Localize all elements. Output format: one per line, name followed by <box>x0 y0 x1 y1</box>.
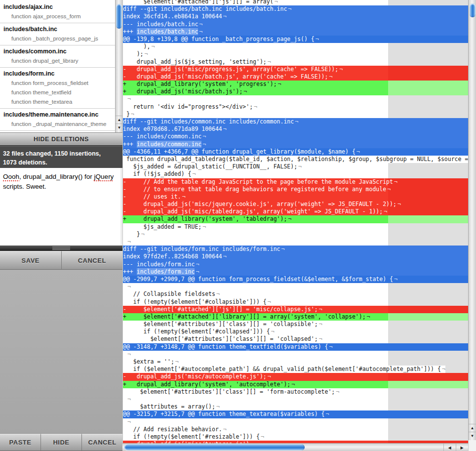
end-of-line-icon: ¬ <box>328 343 332 350</box>
cancel-button-bottom[interactable]: CANCEL <box>82 434 122 451</box>
end-of-line-icon: ¬ <box>126 396 131 403</box>
end-of-line-icon: ¬ <box>287 215 291 222</box>
diff-line-ctx: if (!empty($element['#collapsible'])) {¬ <box>123 298 388 306</box>
diff-line-ctx: $element['#attributes']['class'][] = 'fo… <box>123 388 388 396</box>
diff-line-ctx: if (!$js_added) {¬ <box>123 170 388 178</box>
panel-splitter[interactable] <box>0 246 122 251</box>
diff-horizontal-scrollbar[interactable]: ◀ ▶ <box>122 443 468 451</box>
diff-line-ctx: function drupal_add_tabledrag($table_id,… <box>123 156 468 163</box>
end-of-line-icon: ¬ <box>174 358 179 365</box>
diff-line-hdr: --- includes/common.inc¬ <box>123 133 468 140</box>
file-item[interactable]: includes/theme.maintenance.inc <box>0 109 115 120</box>
diff-line-ctx: $element['#attributes']['class'][] = 'co… <box>123 321 388 328</box>
diff-line-ctx: // Collapsible fieldsets¬ <box>123 290 388 298</box>
end-of-line-icon: ¬ <box>253 103 257 110</box>
function-item[interactable]: function ajax_process_form <box>0 12 115 21</box>
end-of-line-icon: ¬ <box>201 223 206 230</box>
grip-icon <box>52 246 70 250</box>
sidebar-scrollbar-thumb[interactable] <box>116 4 122 29</box>
function-item[interactable]: function drupal_get_library <box>0 56 115 66</box>
end-of-line-icon: ¬ <box>318 321 322 328</box>
diff-line-ctx: );¬ <box>123 50 388 58</box>
function-item[interactable]: function theme_textarea <box>0 97 115 107</box>
cancel-button[interactable]: CANCEL <box>62 251 123 270</box>
end-of-line-icon: ¬ <box>126 351 131 358</box>
diff-line-hdrp: +++ includes/common.inc¬ <box>123 141 468 148</box>
end-of-line-icon: ¬ <box>191 170 196 177</box>
diff-line-ctx: ¬ <box>123 396 388 403</box>
scroll-right-icon[interactable]: ▶ <box>456 444 468 451</box>
diff-new-filename: includes/batch.inc <box>137 28 198 35</box>
sidebar-empty-area <box>0 270 122 434</box>
end-of-line-icon: ¬ <box>222 125 227 132</box>
diff-line-ctx: }¬ <box>123 231 388 238</box>
end-of-line-icon: ¬ <box>280 246 285 252</box>
function-item[interactable]: function form_process_fieldset <box>0 79 115 88</box>
bottom-toolbar: PASTE HIDE CANCEL <box>0 434 122 451</box>
end-of-line-icon: ¬ <box>222 426 227 433</box>
end-of-line-icon: ¬ <box>242 88 247 95</box>
end-of-line-icon: ¬ <box>126 95 131 102</box>
end-of-line-icon: ¬ <box>126 238 131 245</box>
diff-line-add: + drupal_add_js('misc/batch.js');¬ <box>123 88 468 95</box>
diff-line-ctx: $extra = '';¬ <box>123 358 388 366</box>
diff-line-add: + drupal_add_library('system', 'tabledra… <box>123 215 468 223</box>
end-of-line-icon: ¬ <box>222 13 227 20</box>
end-of-line-icon: ¬ <box>126 418 131 425</box>
paste-button[interactable]: PASTE <box>0 434 41 451</box>
diff-line-ctx: $attributes = array();¬ <box>123 403 388 410</box>
comment-textarea[interactable]: Oooh, drupal_add_library() for jQuery sc… <box>0 168 122 246</box>
end-of-line-icon: ¬ <box>297 163 302 170</box>
diff-hscrollbar-thumb[interactable] <box>124 444 305 451</box>
function-item[interactable]: function _drupal_maintenance_theme <box>0 120 115 129</box>
scroll-up-icon[interactable]: ▲ <box>116 116 122 123</box>
end-of-line-icon: ¬ <box>393 178 397 185</box>
diff-line-ctx: ¬ <box>123 95 388 103</box>
diff-review-app: includes/ajax.incfunction ajax_process_f… <box>0 0 476 451</box>
diff-vscrollbar-thumb[interactable] <box>470 3 476 17</box>
diff-line-hunk: @@ -3215,7 +3215,7 @@ function theme_tex… <box>123 410 468 418</box>
end-of-line-icon: ¬ <box>383 208 387 215</box>
misspelled-word: jQuery <box>94 173 114 180</box>
end-of-line-icon: ¬ <box>195 261 199 268</box>
diff-line-del: - drupal_add_js('misc/progress.js', arra… <box>123 66 468 73</box>
end-of-line-icon: ¬ <box>270 328 275 335</box>
file-item[interactable]: includes/ajax.inc <box>0 1 115 12</box>
hide-deletions-button[interactable]: HIDE DELETIONS <box>0 132 122 146</box>
sidebar-scrollbar[interactable]: ▲ ▼ <box>115 0 122 132</box>
diff-line-del: - drupal_add_js('misc/tabledrag.js', arr… <box>123 208 468 215</box>
end-of-line-icon: ¬ <box>338 66 343 73</box>
diff-line-ctx: ),¬ <box>123 43 388 50</box>
file-item[interactable]: includes/common.inc <box>0 45 115 56</box>
file-item[interactable]: includes/batch.inc <box>0 23 115 34</box>
scroll-down-icon[interactable]: ▼ <box>116 123 122 131</box>
scroll-left-icon[interactable]: ◀ <box>443 444 455 451</box>
end-of-line-icon: ¬ <box>328 73 332 80</box>
sidebar: includes/ajax.incfunction ajax_process_f… <box>0 0 122 451</box>
function-item[interactable]: function theme_textfield <box>0 88 115 97</box>
diffstat-summary: 32 files changed, 1150 insertions, 1073 … <box>0 146 122 168</box>
diff-line-del: - // Add the table drag JavaScript to th… <box>123 178 468 186</box>
end-of-line-icon: ¬ <box>290 381 295 388</box>
diff-line-ctx: // Add resizable behavior.¬ <box>123 426 388 433</box>
end-of-line-icon: ¬ <box>140 231 145 238</box>
end-of-line-icon: ¬ <box>201 141 206 148</box>
hide-button[interactable]: HIDE <box>41 434 82 451</box>
diffstat-line-1: 32 files changed, 1150 insertions, <box>3 149 122 158</box>
diff-line-hunk: @@ -2909,7 +2909,7 @@ function form_proc… <box>123 276 468 283</box>
diffstat-line-2: 1073 deletions. <box>3 158 122 167</box>
diff-line-hdrp: +++ includes/batch.inc¬ <box>123 28 468 36</box>
file-item[interactable]: includes/form.inc <box>0 68 115 79</box>
save-button[interactable]: SAVE <box>0 251 62 270</box>
diff-vertical-scrollbar[interactable]: ▲ ▼ <box>468 0 476 440</box>
scroll-down-icon[interactable]: ▼ <box>469 432 476 440</box>
function-item[interactable]: function _batch_progress_page_js <box>0 34 115 43</box>
diff-line-add: + drupal_add_library('system', 'autocomp… <box>123 381 468 388</box>
end-of-line-icon: ¬ <box>267 298 271 305</box>
misspelled-word: Oooh <box>3 173 19 180</box>
diff-line-hdr: index e078d68..671da89 100644¬ <box>123 125 468 133</box>
diff-line-hunk: @@ -139,8 +139,8 @@ function _batch_prog… <box>123 36 468 43</box>
end-of-line-icon: ¬ <box>441 366 445 372</box>
scroll-up-icon[interactable]: ▲ <box>469 424 476 432</box>
end-of-line-icon: ¬ <box>366 313 370 320</box>
